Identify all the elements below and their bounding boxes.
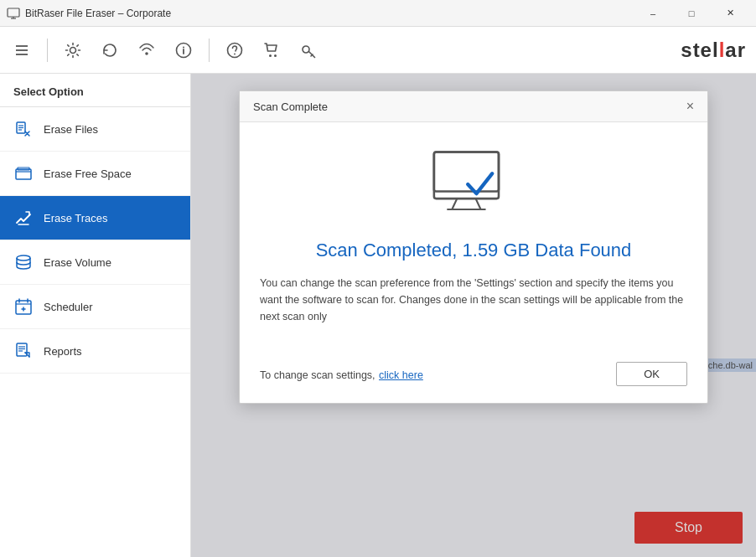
svg-point-7 [145, 52, 148, 55]
svg-rect-35 [434, 152, 499, 191]
svg-point-13 [269, 54, 272, 57]
modal-overlay: Scan Complete × [191, 74, 756, 557]
toolbar-left [10, 39, 320, 62]
scan-description: You can change the scan preference from … [260, 275, 687, 325]
scan-complete-illustration [423, 142, 524, 226]
sidebar-item-erase-traces[interactable]: Erase Traces [0, 196, 190, 240]
toolbar-divider-1 [47, 39, 48, 62]
network-icon[interactable] [135, 39, 158, 62]
svg-line-36 [452, 199, 457, 209]
modal-header: Scan Complete × [240, 91, 707, 122]
svg-line-37 [476, 199, 481, 209]
modal-close-button[interactable]: × [686, 100, 694, 113]
modal-body: Scan Completed, 1.59 GB Data Found You c… [240, 122, 707, 355]
info-icon[interactable] [172, 39, 195, 62]
sidebar-item-erase-files-label: Erase Files [44, 123, 98, 136]
sidebar-item-erase-free-label: Erase Free Space [44, 168, 132, 180]
svg-point-6 [70, 47, 76, 53]
key-icon[interactable] [297, 39, 320, 62]
settings-icon[interactable] [61, 39, 85, 62]
close-button[interactable]: ✕ [711, 0, 749, 27]
sidebar-item-scheduler[interactable]: Scheduler [0, 285, 190, 329]
maximize-button[interactable]: □ [672, 0, 711, 27]
sidebar-item-erase-free[interactable]: Erase Free Space [0, 152, 190, 196]
toolbar: stellar [0, 27, 756, 74]
logo-accent: l [719, 39, 726, 61]
toolbar-divider-2 [209, 39, 210, 62]
minimize-button[interactable]: – [634, 0, 672, 27]
erase-free-icon [13, 163, 34, 183]
sidebar-header: Select Option [0, 74, 190, 107]
sidebar-item-erase-traces-label: Erase Traces [44, 212, 108, 224]
main-layout: Select Option Erase Files [0, 74, 756, 557]
svg-point-12 [234, 53, 236, 54]
title-bar: BitRaser File Eraser – Corporate – □ ✕ [0, 0, 756, 27]
footer-text-container: To change scan settings, click here [260, 367, 423, 382]
refresh-icon[interactable] [98, 39, 122, 62]
ok-button[interactable]: OK [616, 362, 687, 386]
menu-icon[interactable] [10, 39, 34, 62]
sidebar-item-erase-files[interactable]: Erase Files [0, 107, 190, 152]
app-logo: stellar [681, 39, 746, 62]
svg-point-10 [183, 46, 184, 48]
help-icon[interactable] [223, 39, 246, 62]
sidebar-item-reports[interactable]: Reports [0, 329, 190, 374]
sidebar-item-reports-label: Reports [44, 345, 82, 358]
erase-volume-icon [13, 252, 34, 272]
scheduler-icon [13, 297, 34, 317]
footer-text: To change scan settings, [260, 369, 375, 381]
title-bar-left: BitRaser File Eraser – Corporate [7, 7, 171, 20]
erase-files-icon [13, 119, 34, 139]
scan-complete-title: Scan Completed, 1.59 GB Data Found [316, 240, 632, 261]
sidebar-item-erase-volume[interactable]: Erase Volume [0, 240, 190, 285]
content-area: swal\ActivitiesCache.db-wal Stop Scan Co… [191, 74, 756, 557]
svg-point-14 [274, 54, 277, 57]
svg-point-23 [17, 255, 30, 260]
modal-title: Scan Complete [253, 101, 328, 113]
svg-point-11 [228, 43, 242, 57]
svg-rect-30 [17, 343, 27, 356]
reports-icon [13, 341, 34, 361]
footer-link[interactable]: click here [379, 369, 423, 381]
sidebar-item-scheduler-label: Scheduler [44, 301, 93, 313]
sidebar-item-erase-volume-label: Erase Volume [44, 256, 111, 269]
scan-complete-modal: Scan Complete × [239, 90, 708, 404]
modal-footer: To change scan settings, click here OK [240, 355, 707, 403]
svg-rect-20 [16, 169, 31, 179]
erase-traces-icon [13, 208, 34, 228]
sidebar: Select Option Erase Files [0, 74, 191, 557]
cart-icon[interactable] [260, 39, 283, 62]
svg-rect-0 [8, 8, 19, 17]
window-title: BitRaser File Eraser – Corporate [25, 8, 171, 19]
window-controls: – □ ✕ [634, 0, 749, 27]
app-icon [7, 7, 20, 20]
